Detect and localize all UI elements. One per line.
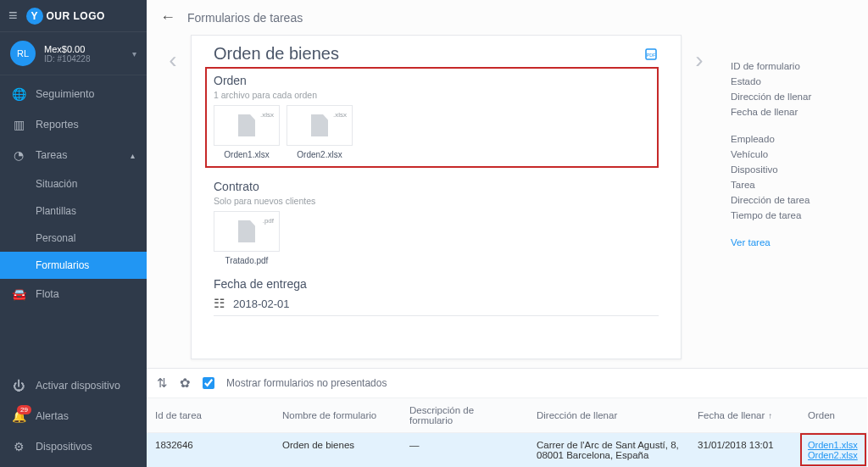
form-card: Orden de bienes PDF Orden 1 archivo para… [191, 35, 682, 359]
file-tile[interactable]: .pdf Tratado.pdf [214, 211, 280, 265]
col-desc[interactable]: Descripción de formulario [401, 398, 528, 432]
panel-item: Tiempo de tarea [731, 208, 848, 223]
fecha-section: Fecha de entrega ☷ 2018-02-01 [214, 277, 659, 316]
gear-icon: ⚙ [12, 440, 25, 453]
nav-label: Activar dispositivo [36, 380, 120, 392]
cell-orden: Orden1.xlsx Orden2.xlsx [799, 432, 867, 467]
panel-item: Vehículo [731, 147, 848, 162]
nav-label: Reportes [36, 119, 79, 131]
nav-flota[interactable]: 🚘Flota [0, 279, 147, 309]
page-header: ← Formularios de tareas [147, 0, 868, 35]
next-arrow[interactable]: › [682, 35, 717, 359]
file-ext: .xlsx [260, 111, 274, 119]
col-id[interactable]: Id de tarea [147, 398, 274, 432]
file-icon [311, 114, 328, 136]
file-link[interactable]: Orden2.xlsx [808, 450, 859, 460]
panel-item: Empleado [731, 131, 848, 147]
menu-toggle-icon[interactable]: ≡ [8, 7, 18, 25]
checkbox-label: Mostrar formularios no presentados [226, 377, 387, 389]
calendar-icon: ☷ [214, 296, 225, 311]
card-title: Orden de bienes [214, 44, 339, 64]
table-area: ⇅ ✿ Mostrar formularios no presentados I… [147, 368, 868, 467]
file-link[interactable]: Orden1.xlsx [808, 440, 859, 450]
forms-table: Id de tarea Nombre de formulario Descrip… [147, 398, 868, 467]
file-name: Tratado.pdf [214, 256, 280, 265]
col-label: Fecha de llenar [698, 410, 765, 420]
account-id: ID: #104228 [44, 54, 124, 64]
panel-item: ID de formulario [731, 58, 848, 74]
col-dir[interactable]: Dirección de llenar [528, 398, 689, 432]
power-icon: ⏻ [12, 379, 25, 392]
file-name: Orden1.xlsx [214, 150, 280, 159]
settings-icon[interactable]: ✿ [180, 375, 191, 391]
page-title: Formularios de tareas [187, 11, 303, 25]
nav-label: Seguimiento [36, 88, 95, 100]
nav-alertas[interactable]: 🔔Alertas [0, 401, 147, 431]
nav-formularios[interactable]: Formularios [0, 252, 147, 279]
filter-icon[interactable]: ⇅ [157, 375, 168, 391]
show-unsubmitted-checkbox[interactable] [203, 377, 214, 389]
cell-dir: Carrer de l'Arc de Sant Agustí, 8, 08001… [528, 432, 689, 467]
account-balance: Mex$0.00 [44, 44, 124, 54]
col-nombre[interactable]: Nombre de formulario [274, 398, 401, 432]
panel-item: Tarea [731, 177, 848, 192]
cell-desc: — [401, 432, 528, 467]
sidebar: ≡ Y OUR LOGO RL Mex$0.00 ID: #104228 ▾ 🌐… [0, 0, 147, 467]
nav-label: Flota [36, 288, 59, 300]
cell-nombre: Orden de bienes [274, 432, 401, 467]
pdf-export-icon[interactable]: PDF [643, 47, 659, 62]
clock-icon: ◔ [12, 148, 25, 162]
logo[interactable]: Y OUR LOGO [26, 8, 105, 25]
avatar: RL [10, 41, 36, 66]
file-tile[interactable]: .xlsx Orden1.xlsx [214, 105, 280, 159]
bell-icon: 🔔 [12, 409, 25, 423]
panel-item: Estado [731, 74, 848, 89]
contrato-section: Contrato Solo para nuevos clientes .pdf … [214, 180, 659, 265]
nav-situacion[interactable]: Situación [0, 170, 147, 197]
section-title: Orden [214, 74, 650, 87]
logo-text: OUR LOGO [47, 10, 105, 22]
file-icon [238, 114, 255, 136]
panel-item: Dispositivo [731, 162, 848, 177]
nav-activar[interactable]: ⏻Activar dispositivo [0, 370, 147, 401]
details-panel: ID de formulario Estado Dirección de lle… [717, 35, 860, 359]
sort-asc-icon: ↑ [768, 411, 772, 420]
col-fecha[interactable]: Fecha de llenar↑ [689, 398, 799, 432]
table-toolbar: ⇅ ✿ Mostrar formularios no presentados [147, 369, 868, 398]
back-arrow-icon[interactable]: ← [160, 8, 175, 26]
cell-id: 1832646 [147, 432, 274, 467]
nav-label: Tareas [36, 149, 68, 161]
chevron-down-icon: ▾ [132, 49, 136, 58]
chevron-up-icon: ▴ [131, 151, 135, 160]
col-orden[interactable]: Orden [799, 398, 867, 432]
logo-mark: Y [26, 8, 43, 25]
date-value: 2018-02-01 [233, 297, 290, 310]
date-display[interactable]: ☷ 2018-02-01 [214, 296, 659, 316]
ver-tarea-link[interactable]: Ver tarea [731, 235, 848, 250]
cell-fecha: 31/01/2018 13:01 [689, 432, 799, 467]
nav-label: Dispositivos [36, 441, 92, 453]
prev-arrow[interactable]: ‹ [155, 35, 191, 359]
panel-item: Fecha de llenar [731, 104, 848, 120]
globe-icon: 🌐 [12, 87, 25, 101]
file-icon [238, 220, 255, 242]
nav-personal[interactable]: Personal [0, 225, 147, 252]
main: ← Formularios de tareas ‹ Orden de biene… [147, 0, 868, 467]
file-ext: .xlsx [333, 111, 347, 119]
panel-item: Dirección de tarea [731, 192, 848, 208]
car-icon: 🚘 [12, 287, 25, 301]
file-tile[interactable]: .xlsx Orden2.xlsx [287, 105, 353, 159]
nav-tareas[interactable]: ◔Tareas▴ [0, 140, 147, 170]
section-subtitle: Solo para nuevos clientes [214, 196, 659, 206]
nav-reportes[interactable]: ▥Reportes [0, 109, 147, 140]
sidebar-bottom: ⏻Activar dispositivo 🔔Alertas ⚙Dispositi… [0, 370, 147, 467]
nav-label: Alertas [36, 410, 69, 422]
nav-plantillas[interactable]: Plantillas [0, 197, 147, 225]
section-subtitle: 1 archivo para cada orden [214, 90, 650, 100]
file-ext: .pdf [263, 217, 274, 225]
account-block[interactable]: RL Mex$0.00 ID: #104228 ▾ [0, 32, 147, 75]
svg-text:PDF: PDF [647, 53, 656, 58]
nav-seguimiento[interactable]: 🌐Seguimiento [0, 79, 147, 109]
panel-item: Dirección de llenar [731, 89, 848, 104]
nav-dispositivos[interactable]: ⚙Dispositivos [0, 431, 147, 462]
